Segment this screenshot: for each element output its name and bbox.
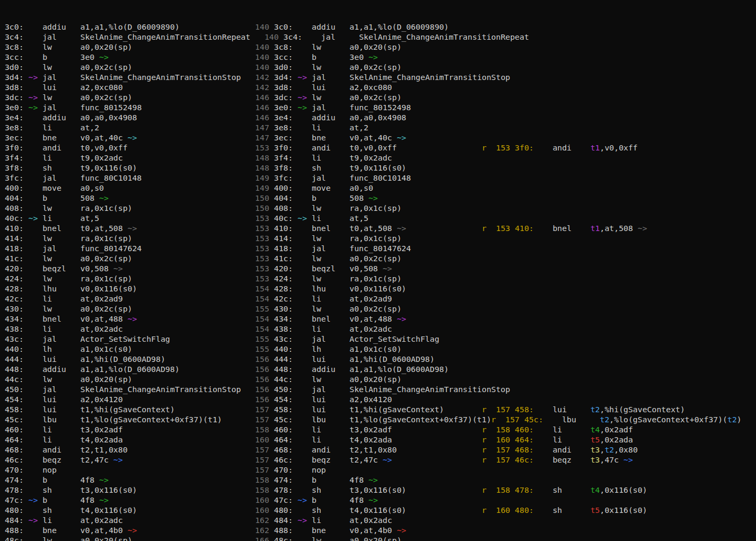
asm-mnemonic: li	[312, 214, 349, 223]
asm-segment: a0,0x2c(sp)	[80, 63, 132, 72]
asm-address: 480:	[0, 505, 24, 515]
branch-arrow-icon: ~>	[368, 52, 378, 61]
asm-address: 484:	[269, 516, 293, 525]
branch-arrow-icon: ~>	[297, 214, 307, 223]
asm-segment	[293, 475, 312, 484]
branch-arrow-icon: ~>	[397, 314, 406, 323]
asm-address: 3e8:	[269, 123, 293, 132]
source-line-number: 153	[255, 214, 269, 223]
diff-reg-marker: r 157 458:	[482, 405, 534, 414]
source-line-number: 156	[255, 385, 269, 394]
asm-segment	[293, 73, 297, 82]
asm-address: 3ec:	[0, 133, 24, 142]
source-line-number: 156	[255, 395, 269, 404]
asm-mnemonic: jal	[312, 103, 349, 112]
asm-row-3e8: 3e8: li at,2 147 3e8: li at,2	[0, 122, 756, 132]
asm-segment: t4,0x116(s0)	[80, 505, 137, 515]
column-gap	[397, 143, 481, 152]
asm-mnemonic: lui	[42, 354, 80, 363]
asm-segment: a0,0x20(sp)	[349, 375, 401, 384]
asm-segment	[24, 354, 43, 363]
asm-mnemonic: addiu	[42, 113, 80, 122]
asm-address: 488:	[0, 526, 24, 535]
asm-mnemonic: li	[42, 516, 80, 525]
asm-segment	[24, 304, 43, 313]
asm-address: 470:	[269, 465, 293, 474]
asm-segment: t9,0x116(s0)	[349, 163, 406, 172]
asm-mnemonic: addiu	[312, 113, 349, 122]
source-line-number: 140	[255, 52, 269, 61]
asm-address: 3c8:	[0, 42, 24, 51]
asm-row-444: 444: lui a1,%hi(D_0600AD98) 156 444: lui…	[0, 354, 756, 364]
asm-segment: a0,0x2c(sp)	[80, 304, 132, 313]
asm-address: 3d4:	[0, 73, 24, 82]
asm-segment: t1,%hi(gSaveContext)	[349, 405, 444, 414]
asm-segment	[307, 516, 312, 525]
asm-segment: a2,0x4120	[80, 395, 122, 404]
asm-segment: at,0x2adc	[81, 516, 123, 525]
asm-segment: ,0x116(s0)	[600, 485, 647, 494]
asm-mnemonic: andi	[552, 143, 590, 152]
asm-segment: )	[737, 415, 742, 424]
source-line-number: 146	[255, 93, 269, 102]
asm-segment	[534, 485, 553, 494]
asm-segment	[24, 63, 43, 72]
source-line-number: 146	[255, 103, 269, 112]
asm-segment: 4f8	[349, 495, 368, 504]
asm-segment	[38, 214, 42, 223]
source-line-number: 158	[255, 425, 269, 434]
asm-address: 3dc:	[0, 93, 24, 102]
asm-segment	[38, 73, 42, 82]
asm-mnemonic: sh	[552, 505, 590, 515]
asm-segment	[293, 354, 312, 363]
asm-address: 3e4:	[269, 113, 293, 122]
source-line-number: 154	[255, 314, 269, 323]
asm-address: 468:	[269, 445, 293, 454]
asm-address: 3d4:	[269, 73, 293, 82]
asm-segment	[307, 73, 312, 82]
asm-segment: v0,at,4b0	[349, 526, 397, 535]
asm-address: 424:	[269, 274, 293, 283]
asm-mnemonic: lw	[42, 42, 80, 51]
asm-address: 3c4:	[279, 32, 303, 41]
asm-segment: ,0x80	[614, 445, 638, 454]
asm-address: 480:	[269, 505, 293, 515]
asm-segment	[24, 284, 43, 293]
asm-segment	[534, 505, 553, 515]
column-gap	[99, 123, 255, 132]
asm-mnemonic: addiu	[312, 365, 349, 374]
source-line-number: 153	[255, 234, 269, 243]
asm-mnemonic: lbu	[42, 415, 80, 424]
asm-row-43c: 43c: jal Actor_SetSwitchFlag 155 43c: ja…	[0, 334, 756, 344]
asm-mnemonic: bnel	[42, 224, 80, 233]
asm-segment: 508	[80, 193, 99, 202]
asm-segment	[293, 42, 312, 51]
asm-segment	[24, 395, 43, 404]
asm-segment	[24, 22, 43, 31]
asm-segment	[293, 495, 297, 504]
asm-segment: 4f8	[349, 475, 368, 484]
column-gap	[123, 516, 255, 525]
asm-mnemonic: li	[312, 294, 349, 303]
asm-mnemonic: lui	[312, 354, 349, 363]
asm-address: 47c:	[0, 495, 24, 504]
asm-address: 43c:	[269, 334, 293, 343]
asm-segment	[293, 153, 312, 162]
asm-segment: a0,a0,0x4908	[349, 113, 406, 122]
asm-segment	[534, 445, 553, 454]
column-gap	[250, 32, 265, 41]
asm-segment	[24, 536, 43, 541]
asm-segment: t9,0x116(s0)	[80, 163, 137, 172]
column-gap	[137, 505, 255, 515]
asm-address: 430:	[269, 304, 293, 313]
asm-segment: t1,%lo(gSaveContext+0xf37)(t1)	[80, 415, 222, 424]
asm-mnemonic: jal	[312, 173, 349, 182]
asm-mnemonic: bnel	[312, 314, 349, 323]
asm-segment: v0,at,40c	[349, 133, 397, 142]
asm-address: 3f0:	[0, 143, 24, 152]
asm-segment: t1,%hi(gSaveContext)	[80, 405, 174, 414]
asm-address: 3dc:	[269, 93, 293, 102]
asm-segment: a0,0x2c(sp)	[349, 63, 401, 72]
asm-address: 438:	[269, 324, 293, 333]
asm-mnemonic: li	[552, 435, 590, 444]
